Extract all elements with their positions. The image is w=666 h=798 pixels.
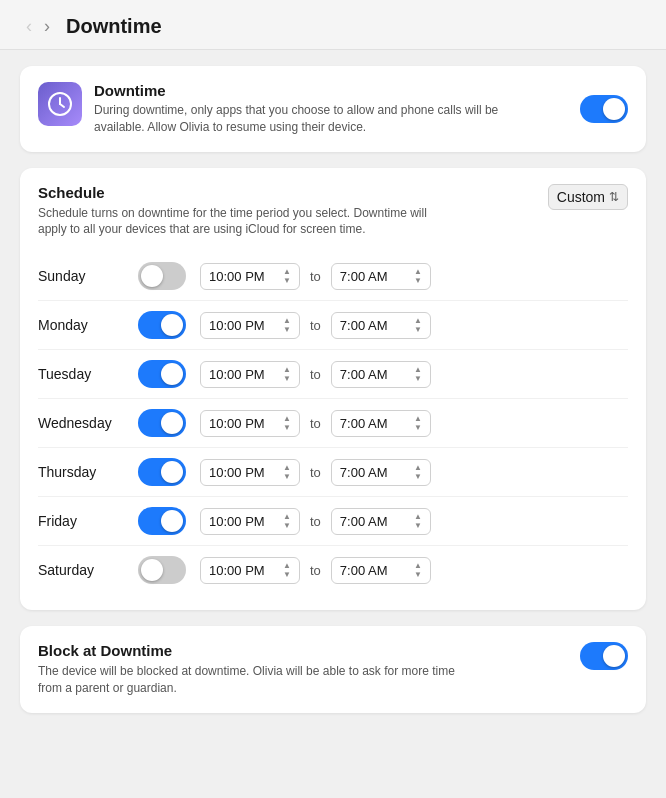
time-from-value: 10:00 PM: [209, 563, 265, 578]
day-toggle-track[interactable]: [138, 409, 186, 437]
time-to-picker[interactable]: 7:00 AM ▲ ▼: [331, 410, 431, 437]
time-to-arrows[interactable]: ▲ ▼: [414, 562, 422, 579]
day-toggle-sunday[interactable]: [138, 262, 186, 290]
down-arrow-icon[interactable]: ▼: [414, 375, 422, 383]
time-to-picker[interactable]: 7:00 AM ▲ ▼: [331, 508, 431, 535]
day-label: Saturday: [38, 562, 138, 578]
days-container: Sunday 10:00 PM ▲ ▼ to 7:00 AM ▲ ▼: [38, 252, 628, 594]
time-to-arrows[interactable]: ▲ ▼: [414, 366, 422, 383]
time-to-picker[interactable]: 7:00 AM ▲ ▼: [331, 557, 431, 584]
block-toggle[interactable]: [580, 642, 628, 670]
day-toggle-track[interactable]: [138, 556, 186, 584]
day-toggle-track[interactable]: [138, 507, 186, 535]
up-arrow-icon[interactable]: ▲: [414, 513, 422, 521]
block-title: Block at Downtime: [38, 642, 478, 659]
up-arrow-icon[interactable]: ▲: [283, 268, 291, 276]
down-arrow-icon[interactable]: ▼: [283, 424, 291, 432]
day-toggle-friday[interactable]: [138, 507, 186, 535]
back-button[interactable]: ‹: [20, 14, 38, 39]
schedule-mode-select[interactable]: Custom ⇅: [548, 184, 628, 210]
time-to-arrows[interactable]: ▲ ▼: [414, 317, 422, 334]
day-row: Sunday 10:00 PM ▲ ▼ to 7:00 AM ▲ ▼: [38, 252, 628, 300]
downtime-toggle-thumb: [603, 98, 625, 120]
day-row: Wednesday 10:00 PM ▲ ▼ to 7:00 AM ▲ ▼: [38, 398, 628, 447]
down-arrow-icon[interactable]: ▼: [414, 424, 422, 432]
day-toggle-wednesday[interactable]: [138, 409, 186, 437]
time-from-picker[interactable]: 10:00 PM ▲ ▼: [200, 459, 300, 486]
up-arrow-icon[interactable]: ▲: [283, 562, 291, 570]
up-arrow-icon[interactable]: ▲: [414, 366, 422, 374]
day-toggle-thumb: [161, 363, 183, 385]
down-arrow-icon[interactable]: ▼: [414, 522, 422, 530]
down-arrow-icon[interactable]: ▼: [283, 473, 291, 481]
to-label: to: [310, 465, 321, 480]
up-arrow-icon[interactable]: ▲: [283, 317, 291, 325]
time-from-arrows[interactable]: ▲ ▼: [283, 513, 291, 530]
time-to-value: 7:00 AM: [340, 465, 388, 480]
time-from-value: 10:00 PM: [209, 465, 265, 480]
downtime-toggle[interactable]: [580, 95, 628, 123]
down-arrow-icon[interactable]: ▼: [283, 277, 291, 285]
up-arrow-icon[interactable]: ▲: [414, 415, 422, 423]
day-toggle-saturday[interactable]: [138, 556, 186, 584]
day-toggle-track[interactable]: [138, 360, 186, 388]
time-from-picker[interactable]: 10:00 PM ▲ ▼: [200, 263, 300, 290]
time-to-picker[interactable]: 7:00 AM ▲ ▼: [331, 263, 431, 290]
time-from-picker[interactable]: 10:00 PM ▲ ▼: [200, 410, 300, 437]
down-arrow-icon[interactable]: ▼: [414, 326, 422, 334]
time-to-arrows[interactable]: ▲ ▼: [414, 513, 422, 530]
up-arrow-icon[interactable]: ▲: [414, 562, 422, 570]
day-toggle-tuesday[interactable]: [138, 360, 186, 388]
day-toggle-track[interactable]: [138, 311, 186, 339]
time-to-arrows[interactable]: ▲ ▼: [414, 268, 422, 285]
time-to-picker[interactable]: 7:00 AM ▲ ▼: [331, 312, 431, 339]
time-to-value: 7:00 AM: [340, 269, 388, 284]
up-arrow-icon[interactable]: ▲: [283, 366, 291, 374]
time-to-arrows[interactable]: ▲ ▼: [414, 464, 422, 481]
time-from-arrows[interactable]: ▲ ▼: [283, 366, 291, 383]
time-from-picker[interactable]: 10:00 PM ▲ ▼: [200, 557, 300, 584]
time-from-picker[interactable]: 10:00 PM ▲ ▼: [200, 361, 300, 388]
up-arrow-icon[interactable]: ▲: [283, 464, 291, 472]
up-arrow-icon[interactable]: ▲: [283, 513, 291, 521]
day-toggle-thumb: [161, 314, 183, 336]
time-to-value: 7:00 AM: [340, 514, 388, 529]
time-from-arrows[interactable]: ▲ ▼: [283, 268, 291, 285]
down-arrow-icon[interactable]: ▼: [283, 375, 291, 383]
day-toggle-monday[interactable]: [138, 311, 186, 339]
downtime-toggle-track[interactable]: [580, 95, 628, 123]
up-arrow-icon[interactable]: ▲: [414, 464, 422, 472]
time-to-value: 7:00 AM: [340, 367, 388, 382]
time-to-arrows[interactable]: ▲ ▼: [414, 415, 422, 432]
forward-button[interactable]: ›: [38, 14, 56, 39]
time-from-arrows[interactable]: ▲ ▼: [283, 562, 291, 579]
block-description: The device will be blocked at downtime. …: [38, 663, 478, 697]
up-arrow-icon[interactable]: ▲: [414, 317, 422, 325]
time-from-value: 10:00 PM: [209, 269, 265, 284]
to-label: to: [310, 318, 321, 333]
day-label: Wednesday: [38, 415, 138, 431]
down-arrow-icon[interactable]: ▼: [414, 277, 422, 285]
day-toggle-thumb: [141, 265, 163, 287]
downtime-title: Downtime: [94, 82, 514, 99]
day-toggle-track[interactable]: [138, 262, 186, 290]
time-from-arrows[interactable]: ▲ ▼: [283, 415, 291, 432]
up-arrow-icon[interactable]: ▲: [414, 268, 422, 276]
day-toggle-track[interactable]: [138, 458, 186, 486]
down-arrow-icon[interactable]: ▼: [414, 473, 422, 481]
down-arrow-icon[interactable]: ▼: [414, 571, 422, 579]
day-row: Thursday 10:00 PM ▲ ▼ to 7:00 AM ▲ ▼: [38, 447, 628, 496]
day-toggle-thumb: [161, 510, 183, 532]
down-arrow-icon[interactable]: ▼: [283, 326, 291, 334]
time-from-picker[interactable]: 10:00 PM ▲ ▼: [200, 508, 300, 535]
time-to-picker[interactable]: 7:00 AM ▲ ▼: [331, 459, 431, 486]
time-from-picker[interactable]: 10:00 PM ▲ ▼: [200, 312, 300, 339]
up-arrow-icon[interactable]: ▲: [283, 415, 291, 423]
down-arrow-icon[interactable]: ▼: [283, 571, 291, 579]
time-from-arrows[interactable]: ▲ ▼: [283, 317, 291, 334]
down-arrow-icon[interactable]: ▼: [283, 522, 291, 530]
time-to-picker[interactable]: 7:00 AM ▲ ▼: [331, 361, 431, 388]
day-toggle-thursday[interactable]: [138, 458, 186, 486]
block-toggle-track[interactable]: [580, 642, 628, 670]
time-from-arrows[interactable]: ▲ ▼: [283, 464, 291, 481]
